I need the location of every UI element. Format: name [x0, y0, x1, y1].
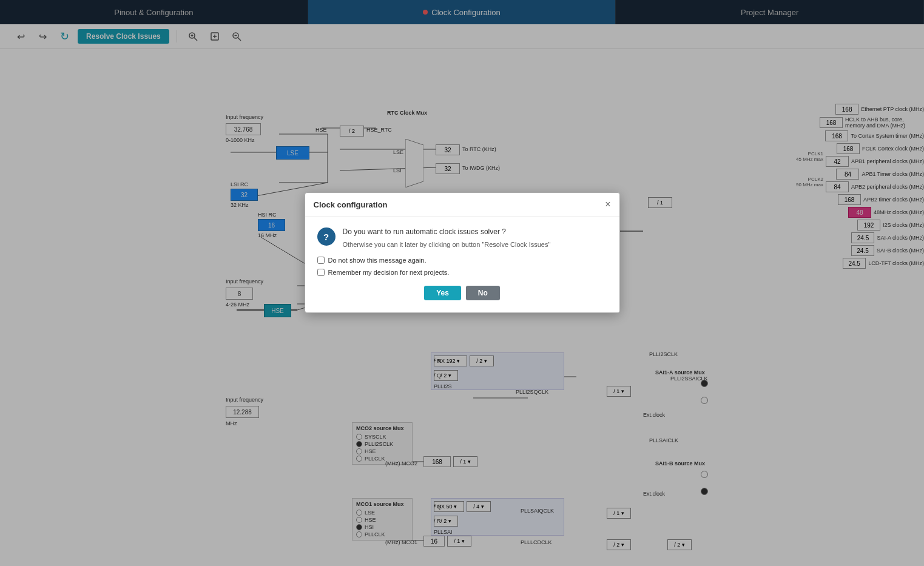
yes-button[interactable]: Yes	[424, 286, 461, 300]
checkbox1-row: Do not show this message again.	[317, 257, 607, 264]
checkbox1-label: Do not show this message again.	[328, 257, 427, 264]
checkbox2-input[interactable]	[317, 269, 325, 276]
dialog-question-area: ? Do you want to run automatic clock iss…	[317, 226, 607, 248]
dialog-buttons: Yes No	[317, 286, 607, 303]
dialog-info-icon: ?	[317, 227, 336, 246]
clock-config-dialog: Clock configuration × ? Do you want to r…	[305, 192, 620, 313]
dialog-title: Clock configuration	[314, 200, 388, 209]
dialog-overlay: Clock configuration × ? Do you want to r…	[0, 0, 924, 566]
dialog-close-button[interactable]: ×	[605, 199, 610, 210]
dialog-question-text: Do you want to run automatic clock issue…	[343, 226, 551, 237]
dialog-subtext: Otherwise you can it later by clicking o…	[343, 241, 551, 248]
no-button[interactable]: No	[466, 286, 500, 300]
checkbox2-row: Remember my decision for next projects.	[317, 269, 607, 276]
dialog-header: Clock configuration ×	[305, 193, 619, 217]
checkbox1-input[interactable]	[317, 257, 325, 264]
dialog-body: ? Do you want to run automatic clock iss…	[305, 217, 619, 312]
checkbox2-label: Remember my decision for next projects.	[328, 269, 450, 276]
